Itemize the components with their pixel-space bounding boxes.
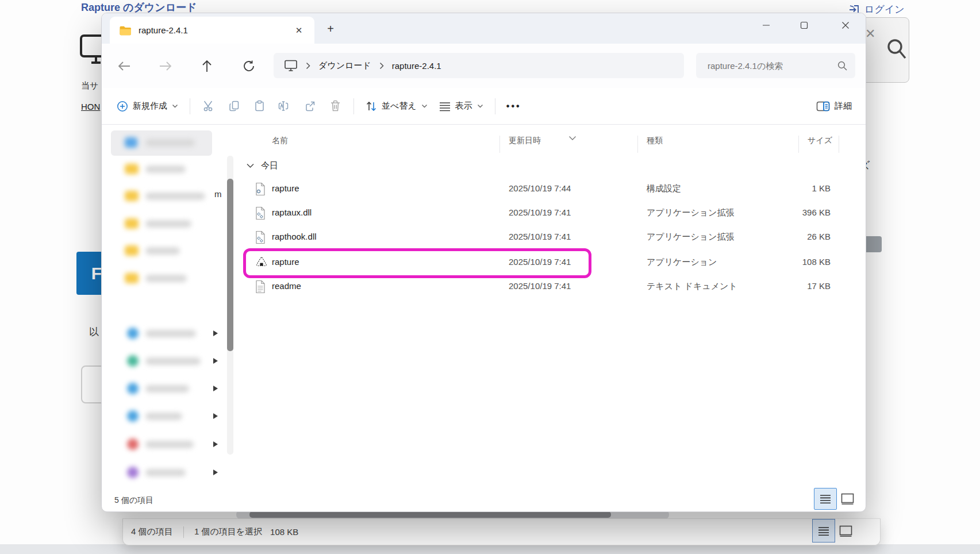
cut-icon[interactable] (196, 95, 221, 118)
more-options-icon[interactable]: ••• (501, 95, 526, 118)
sidebar-blurred-icon (127, 467, 139, 478)
background-thumbnail-view-toggle[interactable] (839, 525, 852, 537)
background-items-count: 4 個の項目 (131, 526, 173, 537)
folder-icon (125, 273, 139, 283)
sidebar-blurred-label (145, 357, 201, 365)
maximize-button[interactable] (791, 16, 817, 35)
background-hscrollbar-thumb[interactable] (249, 511, 611, 518)
forward-button[interactable] (153, 53, 178, 79)
sidebar-scrollbar-thumb[interactable] (227, 179, 233, 351)
toolbar-divider (190, 98, 190, 114)
thumbnail-view-toggle[interactable] (841, 493, 854, 505)
screenshot-root: Rapture のダウンロード ログイン 当サ HON F 以 ✕ ズ 4 個の… (0, 0, 980, 554)
expand-chevron-icon[interactable] (213, 386, 218, 391)
file-size: 1 KB (752, 183, 831, 193)
folder-icon (119, 25, 132, 36)
breadcrumb[interactable]: ダウンロード rapture-2.4.1 (274, 53, 684, 78)
details-pane-button[interactable]: 詳細 (816, 101, 852, 112)
refresh-button[interactable] (236, 53, 262, 79)
sidebar-blurred-icon (127, 328, 139, 339)
file-row-rapture-app[interactable]: rapture 2025/10/19 7:41 アプリケーション 108 KB (247, 251, 840, 275)
sidebar-blurred-label (145, 139, 195, 147)
file-size: 396 KB (752, 207, 831, 217)
column-divider[interactable] (798, 136, 799, 153)
copy-icon[interactable] (221, 95, 247, 118)
expand-chevron-icon[interactable] (213, 470, 218, 475)
column-divider[interactable] (637, 136, 638, 153)
column-header-row: 名前 更新日時 種類 サイズ (247, 130, 854, 152)
page-text-fragment-1: 当サ (81, 80, 98, 91)
rename-icon[interactable] (272, 95, 297, 118)
sidebar-blurred-icon (127, 355, 139, 367)
page-search-icon[interactable] (886, 38, 908, 61)
expand-chevron-icon[interactable] (213, 441, 218, 447)
items-count: 5 個の項目 (114, 495, 153, 506)
file-type: アプリケーション拡張 (647, 232, 734, 243)
minimize-button[interactable] (753, 16, 779, 35)
background-selection-text: 1 個の項目を選択 (194, 526, 262, 537)
column-divider[interactable] (499, 136, 500, 153)
search-box[interactable] (696, 53, 855, 78)
statusbar-divider (183, 526, 184, 538)
sidebar-blurred-label (145, 220, 191, 228)
sidebar-blurred-label (145, 469, 186, 476)
dll-file-icon (255, 206, 266, 220)
file-date: 2025/10/19 7:41 (509, 257, 571, 267)
config-file-icon (255, 182, 266, 196)
sidebar-blurred-label (145, 413, 182, 420)
file-row-rapthook-dll[interactable]: rapthook.dll 2025/10/19 7:41 アプリケーション拡張 … (247, 225, 840, 249)
sort-button[interactable]: 並べ替え (360, 96, 433, 117)
column-header-date[interactable]: 更新日時 (509, 136, 541, 146)
paste-icon[interactable] (247, 95, 272, 118)
sidebar-blurred-icon (127, 410, 139, 422)
folder-icon (125, 191, 139, 201)
tab-strip: rapture-2.4.1 ✕ + (102, 13, 866, 44)
page-text-fragment-2: 以 (89, 325, 99, 338)
file-name: rapthook.dll (272, 232, 317, 241)
file-date: 2025/10/19 7:41 (509, 232, 571, 241)
folder-icon (125, 245, 139, 256)
tab-rapture-2-4-1[interactable]: rapture-2.4.1 ✕ (110, 17, 314, 44)
delete-icon[interactable] (322, 95, 348, 118)
expand-chevron-icon[interactable] (213, 358, 218, 364)
column-divider[interactable] (839, 136, 839, 153)
group-header-today[interactable]: 今日 (247, 157, 278, 174)
new-tab-button[interactable]: + (322, 21, 339, 37)
sidebar-fragment-text: m (214, 189, 222, 199)
list-view-toggle[interactable] (814, 488, 837, 510)
new-button[interactable]: 新規作成 (111, 96, 184, 117)
view-button[interactable]: 表示 (433, 96, 489, 116)
file-row-readme[interactable]: readme 2025/10/19 7:41 テキスト ドキュメント 17 KB (247, 275, 840, 299)
sidebar-blurred-label (145, 385, 189, 393)
expand-chevron-icon[interactable] (213, 330, 218, 336)
search-input[interactable] (706, 60, 837, 71)
file-type: 構成設定 (647, 183, 681, 194)
folder-icon (125, 218, 139, 229)
explorer-window: rapture-2.4.1 ✕ + (101, 13, 866, 512)
breadcrumb-downloads[interactable]: ダウンロード (318, 60, 371, 71)
column-header-name[interactable]: 名前 (272, 136, 288, 146)
back-button[interactable] (112, 53, 137, 79)
up-button[interactable] (194, 53, 220, 79)
column-header-type[interactable]: 種類 (647, 136, 663, 146)
sidebar-blurred-label (145, 441, 194, 448)
toolbar-divider (353, 98, 354, 114)
page-link-fragment-home[interactable]: HON (81, 102, 100, 111)
column-header-size[interactable]: サイズ (808, 136, 832, 146)
file-date: 2025/10/19 7:41 (509, 281, 571, 291)
command-toolbar: 新規作成 (102, 88, 866, 125)
group-label: 今日 (261, 160, 278, 171)
breadcrumb-current-folder[interactable]: rapture-2.4.1 (392, 61, 441, 71)
search-icon[interactable] (837, 61, 847, 71)
background-list-view-toggle[interactable] (812, 519, 835, 543)
file-row-rapture-config[interactable]: rapture 2025/10/19 7:44 構成設定 1 KB (247, 177, 840, 201)
sidebar-blurred-icon (127, 438, 139, 450)
file-row-raptaux-dll[interactable]: raptaux.dll 2025/10/19 7:41 アプリケーション拡張 3… (247, 201, 840, 225)
this-pc-icon[interactable] (284, 59, 298, 72)
tab-close-icon[interactable]: ✕ (291, 23, 306, 38)
share-icon[interactable] (297, 95, 322, 118)
page-close-icon[interactable]: ✕ (865, 26, 875, 41)
page-bottom-band (0, 544, 980, 554)
expand-chevron-icon[interactable] (213, 413, 218, 419)
close-button[interactable] (832, 16, 859, 35)
